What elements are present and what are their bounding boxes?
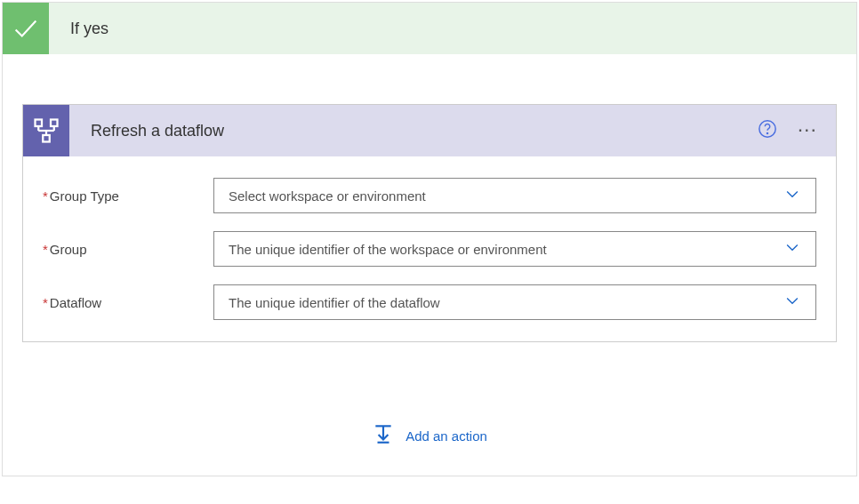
dataflow-icon-box bbox=[23, 105, 69, 156]
dataflow-icon bbox=[33, 117, 60, 144]
chevron-down-icon bbox=[783, 185, 801, 206]
if-yes-container: If yes Refresh a dataflow bbox=[2, 2, 857, 476]
condition-body: Refresh a dataflow ··· *Group Type bbox=[3, 54, 856, 476]
add-action-icon bbox=[372, 422, 395, 449]
more-icon[interactable]: ··· bbox=[799, 123, 818, 139]
svg-point-8 bbox=[767, 132, 767, 133]
action-card: Refresh a dataflow ··· *Group Type bbox=[22, 104, 837, 342]
action-header[interactable]: Refresh a dataflow ··· bbox=[23, 105, 836, 156]
required-marker: * bbox=[43, 295, 48, 310]
form-body: *Group Type Select workspace or environm… bbox=[23, 156, 836, 341]
field-group-type: *Group Type Select workspace or environm… bbox=[43, 169, 816, 222]
checkmark-icon-box bbox=[3, 3, 49, 54]
select-dataflow[interactable]: The unique identifier of the dataflow bbox=[213, 284, 816, 320]
required-marker: * bbox=[43, 188, 48, 204]
add-action-label: Add an action bbox=[405, 428, 487, 444]
label-dataflow: *Dataflow bbox=[43, 295, 213, 310]
help-icon[interactable] bbox=[758, 119, 777, 142]
condition-title: If yes bbox=[49, 20, 108, 38]
required-marker: * bbox=[43, 242, 48, 257]
label-group: *Group bbox=[43, 242, 213, 257]
checkmark-icon bbox=[11, 13, 41, 44]
chevron-down-icon bbox=[783, 292, 801, 313]
field-group: *Group The unique identifier of the work… bbox=[43, 222, 816, 276]
select-group[interactable]: The unique identifier of the workspace o… bbox=[213, 231, 816, 267]
condition-header[interactable]: If yes bbox=[3, 3, 856, 54]
action-title: Refresh a dataflow bbox=[69, 122, 758, 140]
svg-rect-2 bbox=[43, 135, 50, 142]
add-action-button[interactable]: Add an action bbox=[22, 422, 837, 449]
placeholder-group: The unique identifier of the workspace o… bbox=[229, 242, 547, 257]
placeholder-dataflow: The unique identifier of the dataflow bbox=[229, 295, 440, 310]
field-dataflow: *Dataflow The unique identifier of the d… bbox=[43, 276, 816, 329]
svg-rect-0 bbox=[36, 120, 43, 127]
placeholder-group-type: Select workspace or environment bbox=[229, 188, 426, 204]
label-group-type: *Group Type bbox=[43, 188, 213, 204]
chevron-down-icon bbox=[783, 238, 801, 260]
select-group-type[interactable]: Select workspace or environment bbox=[213, 178, 816, 213]
svg-rect-1 bbox=[51, 120, 58, 127]
